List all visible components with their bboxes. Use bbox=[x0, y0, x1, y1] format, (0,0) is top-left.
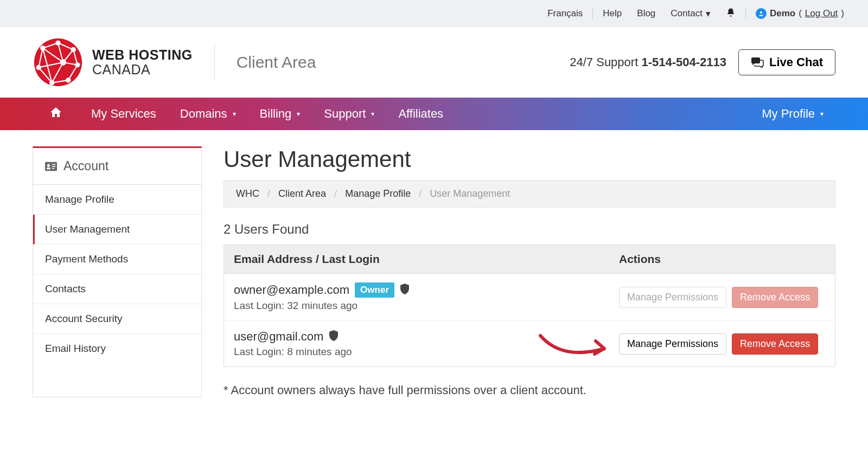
svg-point-1 bbox=[34, 38, 82, 86]
separator bbox=[592, 7, 593, 20]
shield-icon bbox=[329, 330, 339, 344]
sidebar-item-user-management[interactable]: User Management bbox=[33, 215, 201, 245]
sidebar-item-account-security[interactable]: Account Security bbox=[33, 304, 201, 334]
contact-label: Contact bbox=[671, 8, 703, 19]
user-email: owner@example.com bbox=[234, 283, 349, 297]
nav-my-services[interactable]: My Services bbox=[79, 107, 168, 121]
users-found-count: 2 Users Found bbox=[224, 222, 835, 237]
main-nav: My Services Domains▾ Billing▾ Support▾ A… bbox=[0, 98, 868, 130]
sidebar-item-email-history[interactable]: Email History bbox=[33, 334, 201, 363]
svg-point-6 bbox=[66, 78, 71, 82]
sidebar-header-label: Account bbox=[63, 159, 108, 173]
sidebar-header: Account bbox=[33, 148, 201, 185]
svg-point-2 bbox=[40, 46, 45, 50]
lang-switch[interactable]: Français bbox=[540, 8, 590, 19]
globe-logo-icon bbox=[33, 37, 84, 88]
brand-line1: WEB HOSTING bbox=[92, 48, 193, 63]
svg-point-9 bbox=[60, 59, 66, 65]
svg-point-7 bbox=[49, 80, 54, 85]
remove-access-button: Remove Access bbox=[732, 287, 818, 308]
help-link[interactable]: Help bbox=[595, 8, 629, 19]
nav-home-icon[interactable] bbox=[43, 106, 79, 122]
caret-down-icon: ▾ bbox=[706, 8, 711, 20]
svg-point-8 bbox=[36, 65, 41, 70]
breadcrumb: WHC / Client Area / Manage Profile / Use… bbox=[224, 180, 835, 208]
user-table: Email Address / Last Login Actions owner… bbox=[224, 245, 835, 367]
owner-badge: Owner bbox=[355, 282, 394, 298]
sidebar-item-contacts[interactable]: Contacts bbox=[33, 274, 201, 304]
breadcrumb-sep: / bbox=[329, 188, 342, 199]
page-title: User Management bbox=[224, 146, 835, 172]
id-card-icon bbox=[45, 162, 57, 171]
sidebar: Account Manage Profile User Management P… bbox=[33, 146, 202, 397]
svg-point-11 bbox=[47, 164, 50, 167]
manage-permissions-button[interactable]: Manage Permissions bbox=[619, 333, 726, 355]
last-login: Last Login: 32 minutes ago bbox=[234, 300, 619, 312]
user-area[interactable]: Demo (Log Out) bbox=[748, 8, 852, 19]
live-chat-button[interactable]: Live Chat bbox=[738, 49, 835, 75]
svg-point-0 bbox=[760, 11, 762, 14]
manage-permissions-button: Manage Permissions bbox=[619, 287, 726, 308]
contact-dropdown[interactable]: Contact ▾ bbox=[663, 8, 718, 20]
svg-rect-12 bbox=[47, 167, 50, 169]
breadcrumb-sep: / bbox=[413, 188, 427, 199]
breadcrumb-sep: / bbox=[262, 188, 276, 199]
user-avatar-icon bbox=[756, 8, 767, 19]
breadcrumb-manage-profile[interactable]: Manage Profile bbox=[345, 188, 411, 199]
live-chat-label: Live Chat bbox=[769, 55, 823, 69]
table-row: user@gmail.com Last Login: 8 minutes ago… bbox=[224, 321, 835, 367]
nav-billing[interactable]: Billing▾ bbox=[248, 107, 312, 121]
table-header: Email Address / Last Login Actions bbox=[224, 245, 835, 274]
blog-link[interactable]: Blog bbox=[629, 8, 663, 19]
svg-rect-14 bbox=[52, 166, 55, 167]
sidebar-item-payment-methods[interactable]: Payment Methods bbox=[33, 245, 201, 274]
user-name: Demo bbox=[770, 8, 795, 19]
caret-down-icon: ▾ bbox=[820, 110, 824, 118]
column-actions: Actions bbox=[619, 253, 825, 266]
separator bbox=[745, 7, 746, 20]
brand-line2: CANADA bbox=[92, 62, 193, 78]
svg-point-3 bbox=[55, 41, 60, 46]
brand-logo[interactable]: WEB HOSTING CANADA bbox=[33, 37, 193, 88]
caret-down-icon: ▾ bbox=[297, 110, 300, 118]
nav-affiliates[interactable]: Affiliates bbox=[386, 107, 455, 121]
svg-rect-15 bbox=[52, 168, 55, 169]
sidebar-item-manage-profile[interactable]: Manage Profile bbox=[33, 185, 201, 215]
client-area-label: Client Area bbox=[237, 53, 316, 72]
footnote: * Account owners always have full permis… bbox=[224, 383, 835, 397]
table-row: owner@example.com Owner Last Login: 32 m… bbox=[224, 274, 835, 321]
nav-my-profile[interactable]: My Profile▾ bbox=[750, 107, 835, 121]
top-bar: Français Help Blog Contact ▾ Demo (Log O… bbox=[0, 0, 868, 27]
brand-text: WEB HOSTING CANADA bbox=[92, 48, 193, 78]
notifications-icon[interactable] bbox=[718, 8, 743, 20]
svg-point-5 bbox=[75, 62, 80, 67]
logout-link[interactable]: Log Out bbox=[805, 8, 838, 19]
support-phone: 24/7 Support 1-514-504-2113 bbox=[570, 55, 726, 69]
annotation-arrow-icon bbox=[535, 329, 616, 362]
paren-open: ( bbox=[799, 8, 802, 19]
support-number: 1-514-504-2113 bbox=[641, 55, 726, 69]
nav-support[interactable]: Support▾ bbox=[312, 107, 386, 121]
chat-icon bbox=[751, 57, 764, 68]
caret-down-icon: ▾ bbox=[371, 110, 374, 118]
separator bbox=[214, 43, 215, 81]
breadcrumb-client-area[interactable]: Client Area bbox=[278, 188, 326, 199]
breadcrumb-root[interactable]: WHC bbox=[236, 188, 259, 199]
support-prefix: 24/7 Support bbox=[570, 55, 641, 69]
column-email: Email Address / Last Login bbox=[234, 253, 619, 266]
svg-rect-13 bbox=[52, 164, 55, 165]
user-email: user@gmail.com bbox=[234, 330, 323, 344]
breadcrumb-current: User Management bbox=[430, 188, 510, 199]
header: WEB HOSTING CANADA Client Area 24/7 Supp… bbox=[0, 27, 868, 98]
remove-access-button[interactable]: Remove Access bbox=[732, 333, 818, 355]
paren-close: ) bbox=[841, 8, 844, 19]
svg-point-4 bbox=[71, 47, 76, 52]
shield-icon bbox=[400, 284, 410, 297]
nav-domains[interactable]: Domains▾ bbox=[168, 107, 248, 121]
main-content: User Management WHC / Client Area / Mana… bbox=[224, 146, 835, 397]
caret-down-icon: ▾ bbox=[233, 110, 236, 118]
